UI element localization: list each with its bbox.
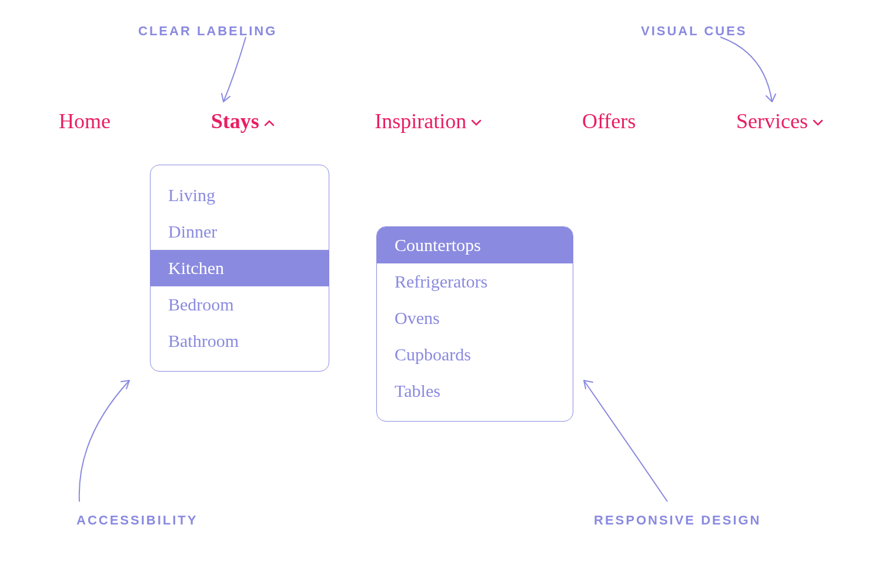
dropdown-item-ovens[interactable]: Ovens xyxy=(377,300,573,336)
dropdown-item-living[interactable]: Living xyxy=(151,177,329,213)
dropdown-item-dinner[interactable]: Dinner xyxy=(151,213,329,250)
dropdown-item-cupboards[interactable]: Cupboards xyxy=(377,336,573,373)
annotation-accessibility: ACCESSIBILITY xyxy=(76,513,198,528)
nav-home-label: Home xyxy=(59,109,111,133)
dropdown-item-bathroom[interactable]: Bathroom xyxy=(151,323,329,359)
arrow-responsive-design xyxy=(573,373,679,509)
nav-stays-label: Stays xyxy=(211,109,259,133)
nav-services-label: Services xyxy=(736,109,808,133)
nav-services[interactable]: Services xyxy=(736,109,823,133)
dropdown-item-tables[interactable]: Tables xyxy=(377,373,573,409)
arrow-visual-cues xyxy=(714,32,791,115)
nav-inspiration[interactable]: Inspiration xyxy=(375,109,482,133)
annotation-visual-cues: VISUAL CUES xyxy=(641,24,747,39)
chevron-down-icon xyxy=(471,116,482,128)
chevron-up-icon xyxy=(264,116,275,128)
dropdown-stays: Living Dinner Kitchen Bedroom Bathroom xyxy=(150,165,329,372)
nav-row: Home Stays Inspiration Offers Services xyxy=(59,109,823,133)
dropdown-item-refrigerators[interactable]: Refrigerators xyxy=(377,263,573,300)
dropdown-item-kitchen[interactable]: Kitchen xyxy=(151,250,329,286)
dropdown-item-bedroom[interactable]: Bedroom xyxy=(151,286,329,323)
annotation-clear-labeling: CLEAR LABELING xyxy=(138,24,277,39)
arrow-clear-labeling xyxy=(182,32,253,115)
nav-stays[interactable]: Stays xyxy=(211,109,275,133)
arrow-accessibility xyxy=(53,373,141,509)
dropdown-kitchen-submenu: Countertops Refrigerators Ovens Cupboard… xyxy=(376,226,573,422)
nav-offers-label: Offers xyxy=(582,109,636,133)
nav-inspiration-label: Inspiration xyxy=(375,109,466,133)
nav-offers[interactable]: Offers xyxy=(582,109,636,133)
nav-home[interactable]: Home xyxy=(59,109,111,133)
annotation-responsive-design: RESPONSIVE DESIGN xyxy=(594,513,761,528)
dropdown-item-countertops[interactable]: Countertops xyxy=(377,227,573,263)
chevron-down-icon xyxy=(813,116,823,128)
